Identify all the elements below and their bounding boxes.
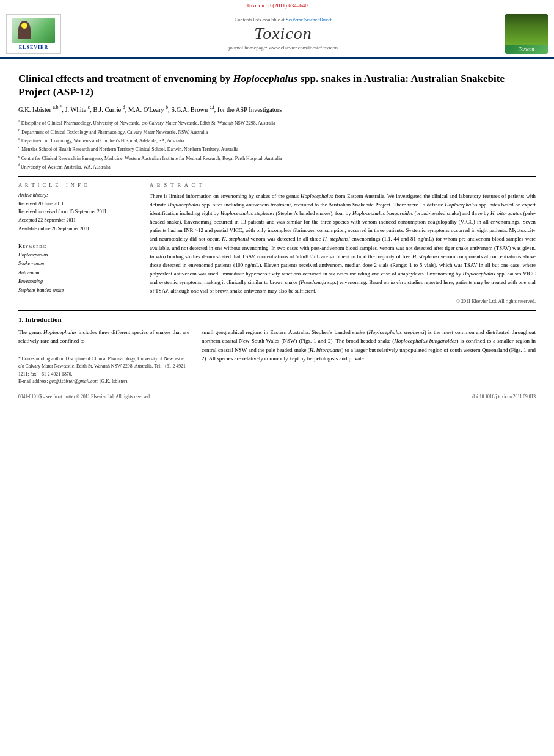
journal-reference: Toxicon 58 (2011) 634–640 bbox=[0, 0, 554, 10]
bottom-bar: 0041-0101/$ – see front matter © 2011 El… bbox=[18, 391, 536, 399]
journal-center: Contents lists available at SciVerse Sci… bbox=[61, 17, 505, 51]
introduction-title: 1. Introduction bbox=[18, 316, 536, 323]
history-label: Article history: bbox=[18, 191, 137, 200]
keywords-section: Keywords: Hoplocephalus Snake venom Anti… bbox=[18, 243, 137, 295]
abstract-text: There is limited information on envenomi… bbox=[150, 192, 536, 295]
article-info-abstract-section: A R T I C L E I N F O Article history: R… bbox=[18, 176, 536, 304]
elsevier-logo-art bbox=[12, 18, 55, 43]
received-date: Received 20 June 2011 bbox=[18, 200, 137, 208]
keywords-list: Hoplocephalus Snake venom Antivenom Enve… bbox=[18, 251, 137, 295]
toxicon-logo-right: Toxicon bbox=[505, 14, 548, 54]
info-divider bbox=[18, 238, 137, 238]
corresponding-footnote: * Corresponding author. Discipline of Cl… bbox=[18, 355, 189, 378]
footnote-area: * Corresponding author. Discipline of Cl… bbox=[18, 352, 189, 386]
journal-name: Toxicon bbox=[61, 24, 505, 43]
introduction-section: 1. Introduction The genus Hoplocephalus … bbox=[18, 310, 536, 386]
authors: G.K. Isbister a,b,*, J. White c, B.J. Cu… bbox=[18, 104, 536, 114]
journal-homepage: journal homepage: www.elsevier.com/locat… bbox=[61, 45, 505, 51]
copyright-notice: © 2011 Elsevier Ltd. All rights reserved… bbox=[150, 299, 536, 304]
article-info-title: A R T I C L E I N F O bbox=[18, 182, 137, 188]
received-revised-date: Received in revised form 15 September 20… bbox=[18, 208, 137, 216]
affiliations: a Discipline of Clinical Pharmacology, U… bbox=[18, 118, 536, 170]
article-title: Clinical effects and treatment of enveno… bbox=[18, 72, 536, 99]
article-history: Article history: Received 20 June 2011 R… bbox=[18, 191, 137, 233]
sciverse-link[interactable]: SciVerse ScienceDirect bbox=[286, 17, 332, 23]
email-footnote: E-mail address: geoff.isbister@gmail.com… bbox=[18, 378, 189, 385]
keywords-title: Keywords: bbox=[18, 243, 137, 249]
intro-right-text: small geographical regions in Eastern Au… bbox=[202, 328, 536, 363]
copyright-bottom: 0041-0101/$ – see front matter © 2011 El… bbox=[18, 394, 151, 399]
introduction-columns: The genus Hoplocephalus includes three d… bbox=[18, 328, 536, 386]
abstract-title: A B S T R A C T bbox=[150, 182, 536, 188]
journal-ref-text: Toxicon 58 (2011) 634–640 bbox=[246, 2, 307, 9]
journal-header: ELSEVIER Contents lists available at Sci… bbox=[0, 10, 554, 59]
elsevier-wordmark: ELSEVIER bbox=[19, 45, 48, 50]
abstract-column: A B S T R A C T There is limited informa… bbox=[150, 182, 536, 304]
main-content: Clinical effects and treatment of enveno… bbox=[0, 59, 554, 405]
intro-left-column: The genus Hoplocephalus includes three d… bbox=[18, 328, 189, 386]
available-online-date: Available online 28 September 2011 bbox=[18, 225, 137, 233]
elsevier-logo: ELSEVIER bbox=[6, 14, 61, 54]
doi: doi:10.1016/j.toxicon.2011.09.013 bbox=[472, 394, 536, 399]
sciverse-line: Contents lists available at SciVerse Sci… bbox=[61, 17, 505, 23]
intro-left-text: The genus Hoplocephalus includes three d… bbox=[18, 328, 189, 346]
article-info-column: A R T I C L E I N F O Article history: R… bbox=[18, 182, 137, 304]
intro-right-column: small geographical regions in Eastern Au… bbox=[202, 328, 536, 386]
accepted-date: Accepted 22 September 2011 bbox=[18, 216, 137, 225]
toxicon-logo-label: Toxicon bbox=[519, 46, 534, 52]
